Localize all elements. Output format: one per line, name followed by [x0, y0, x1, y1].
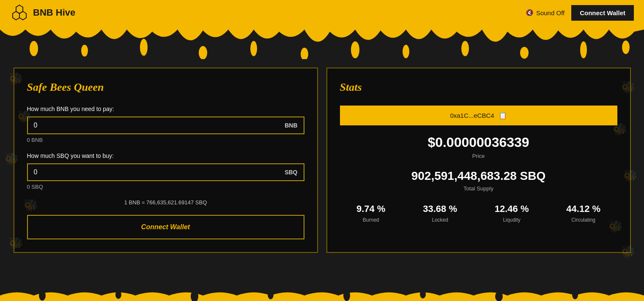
- bnb-field-label: How much BNB you need to pay:: [27, 106, 304, 112]
- price-value: $0.00000036339: [340, 135, 617, 150]
- header: BNB Hive 🔇 Sound Off Connect Wallet: [0, 0, 644, 25]
- svg-point-24: [572, 290, 578, 299]
- bnb-input[interactable]: [34, 122, 285, 129]
- sbq-unit: SBQ: [285, 169, 297, 176]
- drip-bottom: [0, 287, 644, 301]
- copy-icon[interactable]: 📋: [499, 111, 507, 119]
- svg-point-5: [81, 45, 88, 57]
- drip-svg-bottom: [0, 287, 644, 301]
- svg-point-7: [199, 46, 207, 59]
- sound-icon: 🔇: [526, 9, 534, 16]
- drip-top: [0, 25, 644, 59]
- burned-stat: 9.74 % Burned: [356, 203, 386, 223]
- burned-label: Burned: [356, 217, 386, 223]
- logo-area: BNB Hive: [10, 3, 75, 22]
- svg-point-18: [115, 290, 121, 299]
- connect-wallet-main-button[interactable]: Connect Wallet: [27, 215, 304, 239]
- sound-off-button[interactable]: 🔇 Sound Off: [526, 9, 565, 16]
- bnb-balance: 0 BNB: [27, 137, 304, 143]
- svg-point-12: [461, 41, 469, 56]
- burned-percent: 9.74 %: [356, 203, 386, 214]
- svg-point-13: [520, 47, 529, 59]
- svg-marker-1: [13, 11, 19, 20]
- drip-svg-top: [0, 25, 644, 59]
- svg-point-6: [140, 39, 148, 56]
- liquidity-percent: 12.46 %: [495, 203, 529, 214]
- supply-label: Total Supply: [340, 185, 617, 192]
- sbq-field-label: How much SBQ you want to buy:: [27, 152, 304, 159]
- svg-point-4: [30, 41, 38, 56]
- safe-bees-queen-card: Safe Bees Queen How much BNB you need to…: [14, 68, 318, 253]
- sbq-input-wrapper: SBQ: [27, 163, 304, 181]
- stats-title: Stats: [340, 81, 617, 94]
- main-content: 🐝 🐝 🐝 🐝 🐝 🐝 🐝 🐝 🐝 🐝 Safe Bees Queen How …: [0, 59, 644, 287]
- address-bar: 0xa1C...eCBC4 📋: [340, 106, 617, 125]
- cards-row: Safe Bees Queen How much BNB you need to…: [14, 68, 631, 253]
- bnb-unit: BNB: [285, 122, 297, 129]
- connect-wallet-header-button[interactable]: Connect Wallet: [571, 5, 634, 21]
- liquidity-label: Liqudity: [495, 217, 529, 223]
- stats-percentages: 9.74 % Burned 33.68 % Locked 12.46 % Liq…: [340, 203, 617, 223]
- card-title-left: Safe Bees Queen: [27, 81, 304, 94]
- svg-point-22: [420, 290, 426, 298]
- header-right: 🔇 Sound Off Connect Wallet: [526, 5, 634, 21]
- svg-point-10: [351, 41, 359, 58]
- svg-point-14: [580, 41, 587, 58]
- sound-off-label: Sound Off: [536, 9, 565, 16]
- price-label: Price: [340, 153, 617, 159]
- svg-point-17: [39, 290, 46, 301]
- svg-marker-2: [19, 11, 26, 20]
- bnb-input-wrapper: BNB: [27, 117, 304, 134]
- svg-point-23: [495, 291, 503, 301]
- conversion-rate: 1 BNB = 766,635,621.69147 SBQ: [27, 199, 304, 206]
- svg-point-20: [268, 290, 274, 299]
- sbq-balance: 0 SBQ: [27, 184, 304, 190]
- svg-point-15: [622, 41, 630, 54]
- locked-stat: 33.68 % Locked: [423, 203, 457, 223]
- logo-text: BNB Hive: [33, 7, 75, 18]
- sbq-input[interactable]: [34, 168, 285, 176]
- address-text: 0xa1C...eCBC4: [450, 112, 494, 119]
- svg-point-11: [403, 45, 409, 58]
- supply-value: 902,591,448,683.28 SBQ: [340, 169, 617, 183]
- locked-label: Locked: [423, 217, 457, 223]
- stats-card: Stats 0xa1C...eCBC4 📋 $0.00000036339 Pri…: [326, 68, 631, 253]
- circulating-stat: 44.12 % Circulating: [566, 203, 600, 223]
- logo-icon: [10, 3, 29, 22]
- liquidity-stat: 12.46 % Liqudity: [495, 203, 529, 223]
- locked-percent: 33.68 %: [423, 203, 457, 214]
- svg-point-21: [343, 290, 350, 301]
- svg-point-8: [250, 41, 257, 56]
- circulating-label: Circulating: [566, 217, 600, 223]
- circulating-percent: 44.12 %: [566, 203, 600, 214]
